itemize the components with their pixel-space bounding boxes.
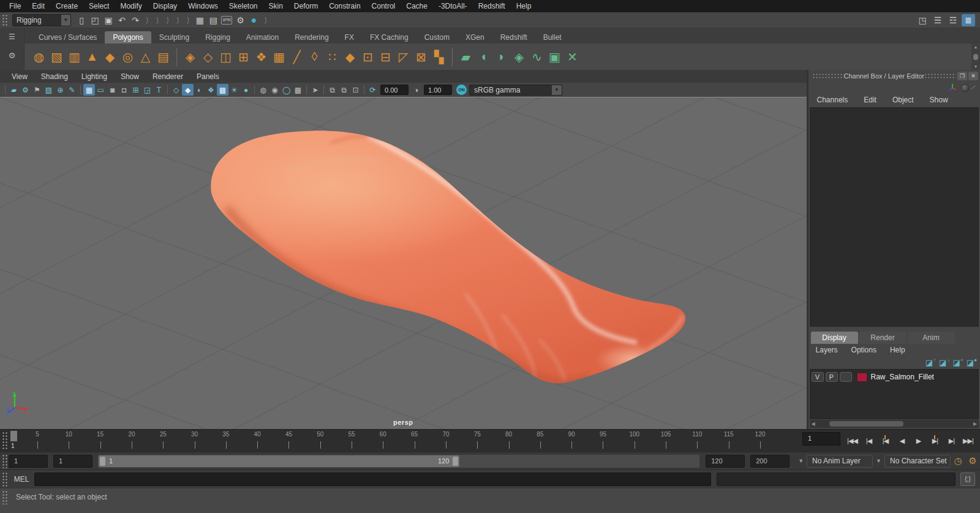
menu-cache[interactable]: Cache [401, 0, 433, 12]
edit-edge-flow-icon[interactable]: ⊡ [360, 48, 376, 66]
layer-list-hscrollbar[interactable]: ◀ ▶ [810, 420, 979, 428]
layer-color-swatch[interactable] [858, 373, 867, 381]
timeline-track[interactable]: 1 51015202530354045505560657075808590951… [9, 430, 800, 452]
quad-draw-icon[interactable]: ◸ [395, 48, 412, 66]
menu-constrain[interactable]: Constrain [323, 0, 366, 12]
go-to-start-button[interactable]: |◀◀ [844, 433, 861, 449]
scroll-track[interactable] [817, 421, 971, 427]
film-gate-icon[interactable]: ▭ [95, 84, 107, 96]
viewport-canvas[interactable]: y x z persp [0, 97, 807, 429]
panel-drag-handle[interactable] [812, 73, 844, 78]
smooth-shade-icon[interactable]: ◆ [182, 84, 194, 96]
layer-menu-help[interactable]: Help [890, 346, 905, 354]
range-drag-handle[interactable] [1, 454, 7, 468]
scroll-up-icon[interactable]: ▲ [974, 45, 978, 49]
viewport-menu-renderer[interactable]: Renderer [146, 72, 190, 81]
shadows-icon[interactable]: ● [240, 84, 252, 96]
menu-help[interactable]: Help [511, 0, 537, 12]
channel-box-menu-edit[interactable]: Edit [864, 96, 876, 104]
playback-start-field[interactable]: 1 [53, 455, 92, 468]
layer-menu-options[interactable]: Options [851, 346, 876, 354]
layer-move-up-icon[interactable]: ◪↑ [925, 359, 933, 367]
occlusion-icon[interactable]: ◍ [257, 84, 269, 96]
mirror-icon[interactable]: ◫ [217, 48, 234, 66]
viewport-menu-lighting[interactable]: Lighting [75, 72, 114, 81]
command-input[interactable] [34, 473, 711, 486]
step-forward-key-button[interactable]: ▶| [927, 433, 943, 449]
layer-playback-toggle[interactable]: P [826, 372, 838, 382]
channel-box-menu-object[interactable]: Object [892, 96, 914, 104]
poly-plane-icon[interactable]: ◆ [102, 48, 118, 66]
image-plane-icon[interactable]: ▨ [43, 84, 55, 96]
anim-layer-selector[interactable]: No Anim Layer [807, 455, 873, 468]
scroll-thumb[interactable] [829, 421, 903, 427]
current-time-marker[interactable] [10, 431, 17, 441]
colorspace-dropdown[interactable]: sRGB gamma ▼ [469, 85, 562, 96]
attribute-editor-toggle-icon[interactable]: ☲ [946, 14, 960, 26]
menu-edit[interactable]: Edit [26, 0, 50, 12]
isolate-select-icon[interactable]: ➤ [309, 84, 321, 96]
poly-cube-icon[interactable]: ▧ [48, 48, 65, 66]
viewport-menu-view[interactable]: View [5, 72, 34, 81]
auto-keyframe-icon[interactable]: ◷ [951, 455, 965, 466]
layer-tab-anim[interactable]: Anim [908, 332, 955, 344]
viewport-menu-panels[interactable]: Panels [190, 72, 226, 81]
layer-name[interactable]: Raw_Salmon_Fillet [871, 373, 934, 381]
camera-attributes-icon[interactable]: ⚙ [20, 84, 31, 96]
render-settings-icon[interactable]: ⚙ [233, 13, 247, 27]
flat-shade-icon[interactable]: ◐ [194, 84, 205, 96]
color-management-toggle[interactable]: ON [456, 85, 467, 95]
wireframe-icon[interactable]: ◇ [170, 84, 182, 96]
menu-display[interactable]: Display [148, 0, 183, 12]
layer-tab-display[interactable]: Display [811, 332, 858, 344]
menu-deform[interactable]: Deform [288, 0, 323, 12]
menu-modify[interactable]: Modify [115, 0, 147, 12]
channel-box-menu-channels[interactable]: Channels [817, 96, 848, 104]
layer-display-type-toggle[interactable] [840, 372, 852, 382]
layer-tab-render[interactable]: Render [859, 332, 907, 344]
smooth-mesh-icon[interactable]: ❖ [253, 48, 270, 66]
play-backwards-button[interactable]: ◀ [894, 433, 910, 449]
manip-sphere-icon[interactable] [961, 84, 969, 92]
layer-menu-layers[interactable]: Layers [816, 346, 838, 354]
command-line-drag-handle[interactable] [1, 471, 7, 487]
new-scene-icon[interactable]: ▯ [75, 13, 88, 27]
anti-alias-icon[interactable]: ◯ [281, 84, 292, 96]
menu-windows[interactable]: Windows [183, 0, 224, 12]
layer-new-empty-icon[interactable]: ◪● [967, 359, 974, 367]
xray-joints-icon[interactable]: ⧉ [338, 84, 350, 96]
target-weld-icon[interactable]: ⊠ [413, 48, 429, 66]
range-end-handle[interactable] [453, 457, 458, 466]
chevron-down-icon[interactable]: ▼ [795, 458, 807, 464]
scroll-down-icon[interactable]: ▼ [974, 64, 978, 69]
range-start-handle[interactable] [100, 457, 105, 466]
checker-window-icon[interactable]: ▣ [546, 48, 563, 66]
render-current-frame-icon[interactable]: ▤ [206, 13, 220, 27]
grease-pencil-icon[interactable]: ✎ [66, 84, 78, 96]
poly-prism-icon[interactable]: △ [137, 48, 154, 66]
popout-icon[interactable]: ❐ [957, 72, 967, 80]
motion-blur-icon[interactable]: ◉ [269, 84, 281, 96]
menu-create[interactable]: Create [50, 0, 83, 12]
xray-icon[interactable]: ⧉ [326, 84, 338, 96]
animation-start-field[interactable]: 1 [9, 455, 48, 468]
checker-shell-left-icon[interactable]: ◖ [475, 48, 492, 66]
poly-cone-icon[interactable]: ▲ [84, 48, 100, 66]
step-forward-frame-button[interactable]: ▶| [943, 433, 960, 449]
ipr-render-icon[interactable]: IPR [221, 16, 232, 25]
menu-select[interactable]: Select [83, 0, 115, 12]
save-scene-icon[interactable]: ▣ [102, 13, 115, 27]
poly-pipe-icon[interactable]: ▤ [155, 48, 172, 66]
undo-icon[interactable]: ↶ [115, 13, 129, 27]
workspace-cube-icon[interactable]: ◳ [916, 14, 929, 26]
bevel-icon[interactable]: ◆ [342, 48, 358, 66]
safe-title-icon[interactable]: T [153, 84, 165, 96]
shelf-tab-redshift[interactable]: Redshift [492, 31, 535, 44]
animation-preferences-icon[interactable]: ⚙ [965, 455, 980, 466]
menu-redshift[interactable]: Redshift [473, 0, 511, 12]
toolbar-drag-handle[interactable] [1, 13, 7, 26]
play-forwards-button[interactable]: ▶ [910, 433, 927, 449]
safe-action-icon[interactable]: ◲ [141, 84, 153, 96]
step-back-frame-button[interactable]: |◀ [861, 433, 877, 449]
poly-cylinder-icon[interactable]: ▥ [66, 48, 83, 66]
